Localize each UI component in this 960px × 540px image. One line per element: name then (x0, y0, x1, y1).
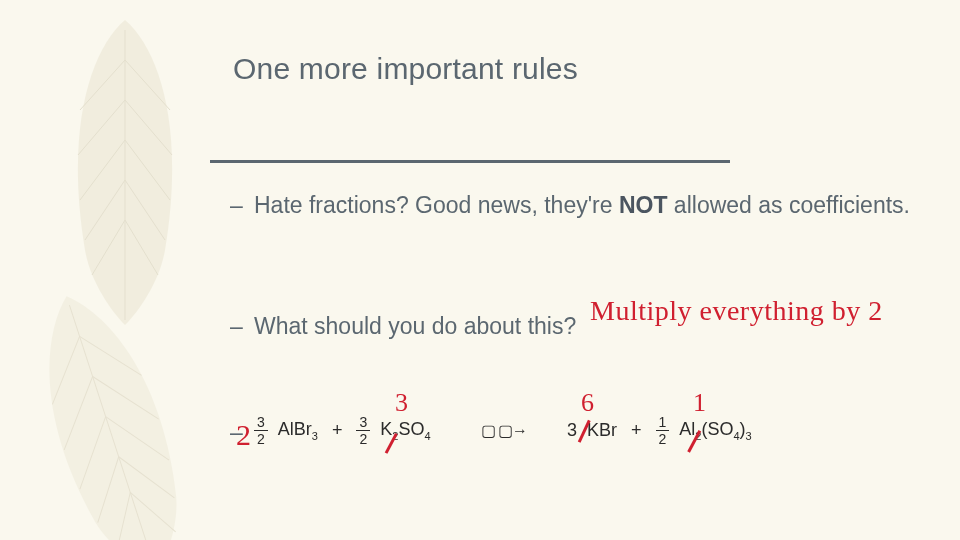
yield-arrow: ▢ ▢→ (481, 421, 527, 440)
bullet-1-bold: NOT (619, 192, 668, 218)
bullet-1-suffix: allowed as coefficients. (667, 192, 910, 218)
plus-2: + (631, 420, 642, 441)
coef-4-den: 2 (659, 431, 667, 446)
slide-title: One more important rules (233, 52, 578, 86)
coef-4-num: 1 (656, 415, 670, 431)
bullet-1-text: Hate fractions? Good news, they're NOT a… (254, 190, 920, 221)
annotation-coef-2: 3 (395, 388, 408, 418)
bullet-2: – What should you do about this? (230, 311, 920, 342)
reactant-2: K2SO4 (380, 419, 430, 442)
annotation-coef-4: 1 (693, 388, 706, 418)
annotation-coef-3: 6 (581, 388, 594, 418)
title-rule (210, 160, 730, 163)
plus-1: + (332, 420, 343, 441)
coef-1-num: 3 (254, 415, 268, 431)
reactant-1: AlBr3 (278, 419, 318, 442)
coef-4: 1 2 (656, 415, 670, 446)
coef-1: 3 2 (254, 415, 268, 446)
bullet-2-text: What should you do about this? (254, 311, 920, 342)
product-2: Al2(SO4)3 (679, 419, 751, 442)
coef-2-den: 2 (359, 431, 367, 446)
chemical-equation: – 3 2 AlBr3 + 3 2 K2SO4 ▢ ▢→ 3 KBr + 1 2 (254, 415, 752, 446)
coef-1-den: 2 (257, 431, 265, 446)
coef-2: 3 2 (356, 415, 370, 446)
coef-3: 3 (567, 420, 577, 441)
bullet-dash: – (230, 419, 243, 446)
product-1: KBr (587, 420, 617, 441)
bullet-dash: – (230, 311, 254, 342)
bullet-1: – Hate fractions? Good news, they're NOT… (230, 190, 920, 221)
coef-2-num: 3 (356, 415, 370, 431)
body: – Hate fractions? Good news, they're NOT… (230, 190, 920, 352)
bullet-1-prefix: Hate fractions? Good news, they're (254, 192, 619, 218)
bullet-dash: – (230, 190, 254, 221)
slide: One more important rules – Hate fraction… (0, 0, 960, 540)
